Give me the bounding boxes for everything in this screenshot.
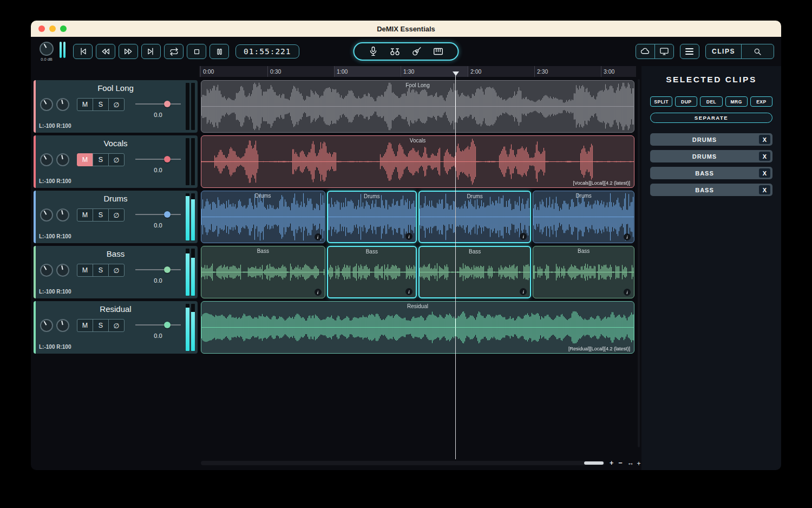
search-button[interactable]	[741, 44, 774, 59]
clip-info-icon[interactable]: i	[315, 233, 322, 240]
fast-forward-button[interactable]	[119, 44, 138, 59]
stop-button[interactable]	[187, 44, 206, 59]
remove-clip-button[interactable]: X	[759, 168, 770, 178]
skip-start-button[interactable]	[73, 44, 93, 59]
skip-end-button[interactable]	[141, 44, 161, 59]
pan-knob[interactable]	[56, 153, 69, 166]
microphone-icon[interactable]	[368, 45, 379, 57]
slider-thumb[interactable]	[164, 266, 171, 273]
slider-thumb[interactable]	[164, 211, 171, 218]
mute-button[interactable]: M	[77, 264, 93, 277]
audio-clip[interactable]: Drums i	[201, 191, 325, 243]
pause-button[interactable]	[209, 44, 229, 59]
solo-button[interactable]: S	[93, 319, 109, 332]
gain-knob[interactable]	[40, 98, 53, 111]
zoom-out-button[interactable]: −	[618, 460, 622, 467]
timeline-ruler[interactable]: 0:00 0:30 1:00 1:30 2:00 2:30 3:00	[199, 66, 636, 77]
gain-knob[interactable]	[40, 319, 53, 332]
guitar-icon[interactable]	[411, 45, 423, 57]
pan-knob[interactable]	[56, 264, 69, 277]
volume-slider[interactable]	[135, 155, 181, 163]
solo-button[interactable]: S	[93, 98, 109, 111]
gain-knob[interactable]	[40, 209, 53, 222]
loop-button[interactable]	[164, 44, 184, 59]
gain-knob[interactable]	[40, 264, 53, 277]
volume-slider[interactable]	[135, 321, 181, 329]
vertical-zoom-button[interactable]: +	[636, 460, 641, 467]
mute-solo-phase-group: M S ∅	[77, 319, 125, 332]
clip-info-icon[interactable]: i	[315, 289, 322, 296]
clip-label: Drums	[201, 193, 325, 199]
solo-button[interactable]: S	[93, 153, 109, 166]
clip-info-icon[interactable]: i	[405, 288, 412, 295]
audio-clip[interactable]: Vocals [Vocals][Local][4.2 (latest)]	[201, 135, 634, 188]
drums-icon[interactable]	[389, 45, 402, 57]
remove-clip-button[interactable]: X	[759, 185, 770, 194]
gain-knob[interactable]	[40, 153, 53, 166]
clip-info-icon[interactable]: i	[624, 233, 631, 240]
zoom-fit-button[interactable]: ↔	[627, 460, 634, 467]
track-fool-long: Fool Long M S ∅ 0.0	[31, 80, 636, 133]
pan-knob[interactable]	[56, 209, 69, 222]
audio-clip[interactable]: Bass i	[418, 246, 531, 298]
volume-slider[interactable]	[135, 211, 181, 218]
audio-clip[interactable]: Drums i	[533, 191, 634, 243]
arrange-area: 0:00 0:30 1:00 1:30 2:00 2:30 3:00 Fool …	[31, 66, 636, 470]
slider-thumb[interactable]	[164, 322, 171, 328]
clips-button[interactable]: CLIPS	[705, 44, 742, 59]
phase-button[interactable]: ∅	[108, 209, 125, 222]
audio-clip[interactable]: Drums i	[327, 191, 417, 243]
merge-button[interactable]: MRG	[725, 96, 748, 107]
pan-knob[interactable]	[56, 319, 69, 332]
mute-solo-phase-group: M S ∅	[77, 98, 125, 111]
remove-clip-button[interactable]: X	[759, 135, 770, 144]
selected-clip-row[interactable]: DRUMS X	[650, 150, 772, 162]
clip-info-icon[interactable]: i	[624, 289, 631, 296]
solo-button[interactable]: S	[93, 264, 109, 277]
scrollbar-track[interactable]	[201, 461, 605, 465]
duplicate-button[interactable]: DUP	[675, 96, 697, 107]
audio-clip[interactable]: Bass i	[533, 246, 634, 298]
solo-button[interactable]: S	[93, 209, 109, 222]
audio-clip[interactable]: Residual [Residual][Local][4.2 (latest)]	[201, 301, 634, 354]
slider-thumb[interactable]	[164, 156, 171, 162]
separate-button[interactable]: SEPARATE	[650, 113, 772, 123]
export-button[interactable]: EXP	[750, 96, 772, 107]
audio-clip[interactable]: Bass i	[327, 246, 417, 298]
mute-button[interactable]: M	[77, 319, 93, 332]
audio-clip[interactable]: Fool Long	[201, 80, 634, 133]
phase-button[interactable]: ∅	[108, 319, 125, 332]
clip-info-icon[interactable]: i	[405, 233, 412, 240]
master-volume-knob[interactable]	[40, 42, 54, 56]
zoom-in-button[interactable]: +	[610, 460, 613, 467]
audio-clip[interactable]: Drums i	[418, 191, 531, 243]
volume-slider[interactable]	[135, 100, 181, 108]
cloud-button[interactable]	[636, 44, 655, 59]
volume-slider[interactable]	[135, 266, 181, 273]
vertical-scrollbar[interactable]: +	[636, 66, 641, 470]
clip-label: Bass	[420, 249, 530, 255]
selected-clip-row[interactable]: BASS X	[650, 167, 772, 179]
phase-button[interactable]: ∅	[108, 98, 125, 111]
pan-knob[interactable]	[56, 98, 69, 111]
phase-button[interactable]: ∅	[108, 153, 125, 166]
mute-button[interactable]: M	[77, 153, 93, 166]
piano-icon[interactable]	[432, 45, 445, 57]
delete-button[interactable]: DEL	[700, 96, 722, 107]
audio-clip[interactable]: Bass i	[201, 246, 325, 298]
split-button[interactable]: SPLIT	[650, 96, 672, 107]
slider-thumb[interactable]	[164, 101, 171, 107]
remove-clip-button[interactable]: X	[759, 152, 770, 161]
scrollbar-thumb[interactable]	[584, 461, 604, 465]
phase-button[interactable]: ∅	[108, 264, 125, 277]
mute-button[interactable]: M	[77, 209, 93, 222]
rewind-button[interactable]	[96, 44, 115, 59]
track-header: Bass M S ∅ 0.0	[34, 246, 198, 298]
display-button[interactable]	[654, 44, 674, 59]
selected-clip-row[interactable]: BASS X	[650, 184, 772, 196]
menu-button[interactable]	[680, 44, 699, 59]
selected-clip-row[interactable]: DRUMS X	[650, 133, 772, 146]
selected-clips-panel: SELECTED CLIPS SPLIT DUP DEL MRG EXP SEP…	[641, 66, 781, 470]
playhead[interactable]	[455, 71, 456, 459]
mute-button[interactable]: M	[77, 98, 93, 111]
